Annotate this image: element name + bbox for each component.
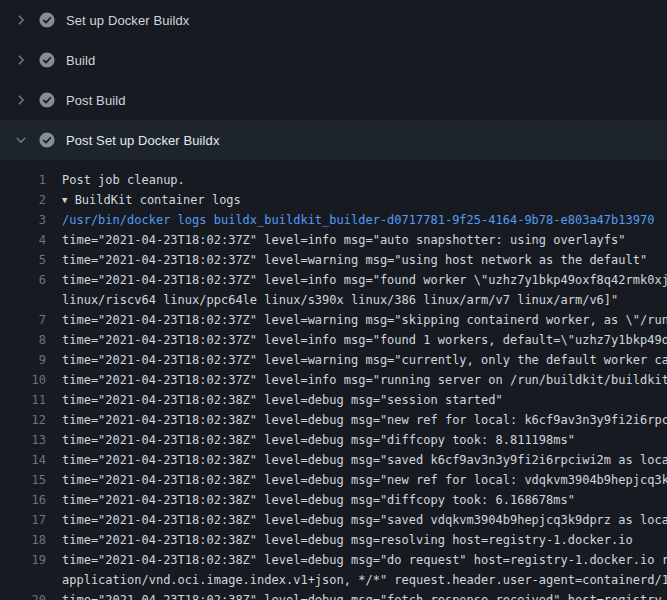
log-line-number xyxy=(0,570,46,590)
log-text: time="2021-04-23T18:02:37Z" level=info m… xyxy=(46,370,667,390)
log-command-text: /usr/bin/docker logs buildx_buildkit_bui… xyxy=(46,210,654,230)
chevron-right-icon xyxy=(14,93,28,107)
log-text: time="2021-04-23T18:02:37Z" level=info m… xyxy=(46,230,626,250)
log-line-number[interactable]: 9 xyxy=(0,350,46,370)
log-area: 1Post job cleanup.2▼ BuildKit container … xyxy=(0,160,667,600)
log-text: application/vnd.oci.image.index.v1+json,… xyxy=(46,570,667,590)
check-circle-icon xyxy=(39,132,55,148)
log-line-number[interactable]: 7 xyxy=(0,310,46,330)
step-header-post-build[interactable]: Post Build xyxy=(0,80,667,120)
log-line: 11time="2021-04-23T18:02:38Z" level=debu… xyxy=(0,390,667,410)
log-text: time="2021-04-23T18:02:37Z" level=warnin… xyxy=(46,250,647,270)
step-title: Post Set up Docker Buildx xyxy=(66,133,220,148)
log-text: linux/riscv64 linux/ppc64le linux/s390x … xyxy=(46,290,618,310)
step-header-post-set-up-docker-buildx[interactable]: Post Set up Docker Buildx xyxy=(0,120,667,160)
log-line-number xyxy=(0,290,46,310)
log-line-number[interactable]: 19 xyxy=(0,550,46,570)
log-line: 8time="2021-04-23T18:02:37Z" level=info … xyxy=(0,330,667,350)
log-line-number[interactable]: 5 xyxy=(0,250,46,270)
step-title: Post Build xyxy=(66,93,126,108)
log-line-number[interactable]: 14 xyxy=(0,450,46,470)
log-text: time="2021-04-23T18:02:38Z" level=debug … xyxy=(46,450,667,470)
step-header-build[interactable]: Build xyxy=(0,40,667,80)
log-text: Post job cleanup. xyxy=(46,170,185,190)
step-title: Build xyxy=(66,53,95,68)
log-line-number[interactable]: 3 xyxy=(0,210,46,230)
log-line: application/vnd.oci.image.index.v1+json,… xyxy=(0,570,667,590)
log-text: time="2021-04-23T18:02:38Z" level=debug … xyxy=(46,550,667,570)
log-line: 5time="2021-04-23T18:02:37Z" level=warni… xyxy=(0,250,667,270)
log-text: time="2021-04-23T18:02:38Z" level=debug … xyxy=(46,430,575,450)
log-line-number[interactable]: 11 xyxy=(0,390,46,410)
log-line: 10time="2021-04-23T18:02:37Z" level=info… xyxy=(0,370,667,390)
log-text: time="2021-04-23T18:02:37Z" level=info m… xyxy=(46,270,667,290)
group-expand-icon: ▼ xyxy=(62,190,67,210)
check-circle-icon xyxy=(39,52,55,68)
log-line-number[interactable]: 10 xyxy=(0,370,46,390)
log-line: 9time="2021-04-23T18:02:37Z" level=warni… xyxy=(0,350,667,370)
step-header-set-up-docker-buildx[interactable]: Set up Docker Buildx xyxy=(0,0,667,40)
log-line: 18time="2021-04-23T18:02:38Z" level=debu… xyxy=(0,530,667,550)
log-text: time="2021-04-23T18:02:38Z" level=debug … xyxy=(46,530,633,550)
log-line: 7time="2021-04-23T18:02:37Z" level=warni… xyxy=(0,310,667,330)
log-line: 15time="2021-04-23T18:02:38Z" level=debu… xyxy=(0,470,667,490)
log-text: time="2021-04-23T18:02:37Z" level=warnin… xyxy=(46,310,667,330)
log-line-number[interactable]: 8 xyxy=(0,330,46,350)
log-line-number[interactable]: 15 xyxy=(0,470,46,490)
log-text: time="2021-04-23T18:02:37Z" level=info m… xyxy=(46,330,667,350)
log-line: 3/usr/bin/docker logs buildx_buildkit_bu… xyxy=(0,210,667,230)
log-text: time="2021-04-23T18:02:38Z" level=debug … xyxy=(46,470,667,490)
log-group-header[interactable]: ▼ BuildKit container logs xyxy=(46,190,241,210)
log-line-number[interactable]: 2 xyxy=(0,190,46,210)
log-line: 13time="2021-04-23T18:02:38Z" level=debu… xyxy=(0,430,667,450)
chevron-down-icon xyxy=(14,133,28,147)
log-text: time="2021-04-23T18:02:38Z" level=debug … xyxy=(46,390,503,410)
chevron-right-icon xyxy=(14,13,28,27)
step-title: Set up Docker Buildx xyxy=(66,13,189,28)
step-list: Set up Docker BuildxBuildPost BuildPost … xyxy=(0,0,667,160)
log-text: time="2021-04-23T18:02:38Z" level=debug … xyxy=(46,510,667,530)
log-line-number[interactable]: 20 xyxy=(0,590,46,600)
log-text: time="2021-04-23T18:02:37Z" level=warnin… xyxy=(46,350,667,370)
log-line: 6time="2021-04-23T18:02:37Z" level=info … xyxy=(0,270,667,290)
log-line: 12time="2021-04-23T18:02:38Z" level=debu… xyxy=(0,410,667,430)
log-line-number[interactable]: 16 xyxy=(0,490,46,510)
log-line: 4time="2021-04-23T18:02:37Z" level=info … xyxy=(0,230,667,250)
log-line: 2▼ BuildKit container logs xyxy=(0,190,667,210)
check-circle-icon xyxy=(39,12,55,28)
log-line-number[interactable]: 17 xyxy=(0,510,46,530)
log-line: 20time="2021-04-23T18:02:38Z" level=debu… xyxy=(0,590,667,600)
check-circle-icon xyxy=(39,92,55,108)
log-line-number[interactable]: 13 xyxy=(0,430,46,450)
log-text: time="2021-04-23T18:02:38Z" level=debug … xyxy=(46,410,667,430)
log-text: time="2021-04-23T18:02:38Z" level=debug … xyxy=(46,590,667,600)
actions-log-viewer: Set up Docker BuildxBuildPost BuildPost … xyxy=(0,0,667,600)
log-line-number[interactable]: 1 xyxy=(0,170,46,190)
log-line: 17time="2021-04-23T18:02:38Z" level=debu… xyxy=(0,510,667,530)
log-line: 1Post job cleanup. xyxy=(0,170,667,190)
log-line: linux/riscv64 linux/ppc64le linux/s390x … xyxy=(0,290,667,310)
log-line-number[interactable]: 6 xyxy=(0,270,46,290)
log-line-number[interactable]: 12 xyxy=(0,410,46,430)
log-text: time="2021-04-23T18:02:38Z" level=debug … xyxy=(46,490,575,510)
chevron-right-icon xyxy=(14,53,28,67)
log-line: 19time="2021-04-23T18:02:38Z" level=debu… xyxy=(0,550,667,570)
log-line-number[interactable]: 4 xyxy=(0,230,46,250)
log-line-number[interactable]: 18 xyxy=(0,530,46,550)
log-line: 14time="2021-04-23T18:02:38Z" level=debu… xyxy=(0,450,667,470)
log-line: 16time="2021-04-23T18:02:38Z" level=debu… xyxy=(0,490,667,510)
